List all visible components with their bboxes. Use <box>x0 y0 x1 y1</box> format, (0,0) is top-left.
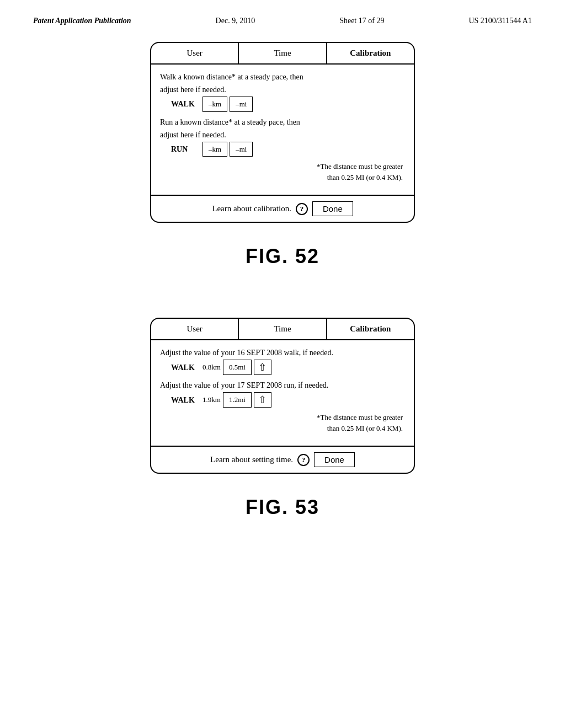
walk-section-53: Adjust the value of your 16 SEPT 2008 wa… <box>160 347 405 375</box>
run-stepper-icon-53: ⇧ <box>258 393 266 408</box>
publication-date: Dec. 9, 2010 <box>216 17 255 25</box>
walk-stepper-53[interactable]: ⇧ <box>254 360 271 375</box>
run-instruction-line2-52: adjust here if needed. <box>160 129 405 141</box>
figure-52-container: User Time Calibration Walk a known dista… <box>44 42 521 296</box>
run-unit-row-53: WALK 1.9km 1.2mi ⇧ <box>171 392 405 408</box>
device-body-52: Walk a known distance* at a steady pace,… <box>151 65 414 195</box>
walk-section-52: Walk a known distance* at a steady pace,… <box>160 71 405 112</box>
bottom-bar-53: Learn about setting time. ? Done <box>151 446 414 473</box>
walk-mi-box-53[interactable]: 0.5mi <box>223 360 252 375</box>
stepper-icon-53: ⇧ <box>258 360 266 375</box>
publication-label: Patent Application Publication <box>33 17 131 25</box>
footnote-line2-53: than 0.25 MI (or 0.4 KM). <box>160 423 403 434</box>
run-label-53: WALK <box>171 394 196 406</box>
fig-53-caption: FIG. 53 <box>246 496 319 519</box>
run-mi-box-52[interactable]: –mi <box>230 142 253 157</box>
tab-time-53[interactable]: Time <box>239 319 327 339</box>
footnote-52: *The distance must be greater than 0.25 … <box>160 161 405 183</box>
device-body-53: Adjust the value of your 16 SEPT 2008 wa… <box>151 340 414 446</box>
walk-mi-box-52[interactable]: –mi <box>230 97 253 112</box>
page-content: User Time Calibration Walk a known dista… <box>0 31 565 580</box>
walk-unit-row-53: WALK 0.8km 0.5mi ⇧ <box>171 360 405 375</box>
run-stepper-53[interactable]: ⇧ <box>254 392 271 408</box>
walk-unit-row-52: WALK –km –mi <box>171 97 405 112</box>
run-section-52: Run a known distance* at a steady pace, … <box>160 116 405 157</box>
run-km-box-52[interactable]: –km <box>202 142 227 157</box>
learn-text-52: Learn about calibration. <box>212 204 291 213</box>
page-header: Patent Application Publication Dec. 9, 2… <box>0 0 565 31</box>
run-unit-row-52: RUN –km –mi <box>171 142 405 157</box>
run-instruction-53: Adjust the value of your 17 SEPT 2008 ru… <box>160 379 405 391</box>
walk-instruction-line2-52: adjust here if needed. <box>160 84 405 95</box>
done-button-53[interactable]: Done <box>314 452 355 467</box>
tab-calibration-53[interactable]: Calibration <box>327 319 414 339</box>
walk-instruction-line1-52: Walk a known distance* at a steady pace,… <box>160 71 405 83</box>
run-label-52: RUN <box>171 143 196 155</box>
footnote-line2-52: than 0.25 MI (or 0.4 KM). <box>160 172 403 183</box>
tab-bar-53: User Time Calibration <box>151 319 414 340</box>
walk-km-box-52[interactable]: –km <box>202 97 227 112</box>
walk-instruction-53: Adjust the value of your 16 SEPT 2008 wa… <box>160 347 405 358</box>
learn-text-53: Learn about setting time. <box>210 455 293 464</box>
tab-user-52[interactable]: User <box>151 43 239 63</box>
run-mi-box-53[interactable]: 1.2mi <box>223 392 252 408</box>
tab-calibration-52[interactable]: Calibration <box>327 43 414 63</box>
bottom-bar-52: Learn about calibration. ? Done <box>151 195 414 222</box>
run-section-53: Adjust the value of your 17 SEPT 2008 ru… <box>160 379 405 408</box>
figure-53-container: User Time Calibration Adjust the value o… <box>44 318 521 547</box>
tab-time-52[interactable]: Time <box>239 43 327 63</box>
help-button-53[interactable]: ? <box>297 454 310 466</box>
footnote-line1-52: *The distance must be greater <box>160 161 403 172</box>
device-box-53: User Time Calibration Adjust the value o… <box>150 318 415 474</box>
tab-bar-52: User Time Calibration <box>151 43 414 65</box>
done-button-52[interactable]: Done <box>312 201 353 216</box>
help-button-52[interactable]: ? <box>296 203 308 215</box>
sheet-info: Sheet 17 of 29 <box>339 17 384 25</box>
run-instruction-line1-52: Run a known distance* at a steady pace, … <box>160 116 405 128</box>
fig-52-caption: FIG. 52 <box>246 245 319 268</box>
tab-user-53[interactable]: User <box>151 319 239 339</box>
run-km-value-53: 1.9km <box>202 394 221 405</box>
footnote-53: *The distance must be greater than 0.25 … <box>160 412 405 433</box>
walk-label-52: WALK <box>171 98 196 110</box>
device-box-52: User Time Calibration Walk a known dista… <box>150 42 415 223</box>
patent-number: US 2100/311544 A1 <box>468 17 532 25</box>
footnote-line1-53: *The distance must be greater <box>160 412 403 423</box>
walk-label-53: WALK <box>171 362 196 373</box>
walk-km-value-53: 0.8km <box>202 362 221 373</box>
